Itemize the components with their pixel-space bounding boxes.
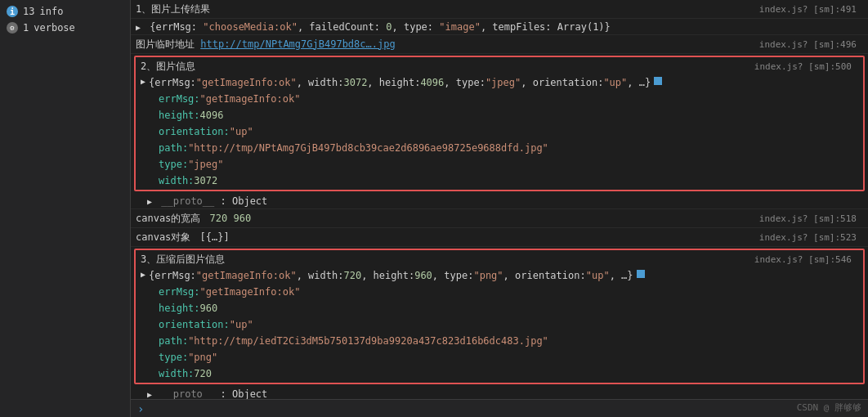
- section2-title: 3、压缩后图片信息: [141, 253, 225, 267]
- section1-header: 2、图片信息 index.js? [sm]:500: [136, 57, 863, 75]
- temp-path-link[interactable]: http://tmp/NPtAmg7GjB497bd8c….jpg: [200, 38, 395, 50]
- canvas-size-source: index.js? [sm]:518: [756, 211, 863, 226]
- field-width: width: 3072: [136, 173, 863, 190]
- proto1-source: [853, 195, 863, 199]
- watermark: CSDN @ 胖够够: [797, 401, 861, 414]
- sidebar-item-info[interactable]: i 13 info: [0, 3, 130, 20]
- field-type: type: "jpeg": [136, 157, 863, 173]
- section-image-info: 2、图片信息 index.js? [sm]:500 ▶ {errMsg: "ge…: [134, 56, 865, 191]
- info-label: info: [39, 6, 63, 17]
- section2-summary-row[interactable]: ▶ {errMsg: "getImageInfo:ok", width: 720…: [136, 268, 863, 285]
- field2-width: width: 720: [136, 366, 863, 383]
- section1-source: index.js? [sm]:500: [751, 59, 858, 74]
- verbose-label: verbose: [34, 22, 75, 34]
- image-temp-path-content: 图片临时地址 http://tmp/NPtAmg7GjB497bd8c….jpg: [136, 38, 396, 52]
- expand-source: [853, 20, 863, 25]
- sidebar: i 13 info ⚙ 1 verbose: [0, 0, 131, 417]
- section1-title: 2、图片信息: [141, 60, 195, 74]
- proto2-source: [853, 388, 863, 392]
- section1-summary-row[interactable]: ▶ {errMsg: "getImageInfo:ok", width: 307…: [136, 75, 863, 92]
- field2-errMsg: errMsg: "getImageInfo:ok": [136, 285, 863, 301]
- field-orientation: orientation: "up": [136, 124, 863, 141]
- proto1-row[interactable]: ▶ __proto__ : Object: [131, 193, 868, 209]
- canvas-obj-content: canvas对象 [{…}]: [136, 231, 230, 244]
- upload-result-expand: ▶ {errMsg: "chooseMedia:ok", failedCount…: [136, 21, 611, 33]
- upload-result-source: index.js? [sm]:491: [756, 2, 863, 16]
- proto2-content: ▶ __proto__ : Object: [147, 388, 267, 400]
- field-errMsg: errMsg: "getImageInfo:ok": [136, 92, 863, 108]
- prompt-icon: ›: [137, 402, 144, 415]
- field-height: height: 4096: [136, 108, 863, 124]
- section2-body: ▶ {errMsg: "getImageInfo:ok", width: 720…: [136, 268, 863, 383]
- canvas-obj-row: canvas对象 [{…}] index.js? [sm]:523: [131, 228, 868, 247]
- section1-body: ▶ {errMsg: "getImageInfo:ok", width: 307…: [136, 75, 863, 190]
- verbose-count: 1: [23, 22, 29, 34]
- section2-header: 3、压缩后图片信息 index.js? [sm]:546: [136, 250, 863, 268]
- section-compressed-info: 3、压缩后图片信息 index.js? [sm]:546 ▶ {errMsg: …: [134, 249, 865, 384]
- upload-result-label: 1、图片上传结果: [136, 2, 210, 16]
- canvas-size-content: canvas的宽高 720 960: [136, 212, 251, 226]
- field-path: path: "http://tmp/NPtAmg7GjB497bd8cb39ca…: [136, 141, 863, 157]
- canvas-size-row: canvas的宽高 720 960 index.js? [sm]:518: [131, 209, 868, 228]
- image-temp-path-row: 图片临时地址 http://tmp/NPtAmg7GjB497bd8c….jpg…: [131, 35, 868, 54]
- field2-path: path: "http://tmp/iedT2Ci3dM5b750137d9ba…: [136, 334, 863, 350]
- field2-orientation: orientation: "up": [136, 317, 863, 334]
- proto1-content: ▶ __proto__ : Object: [147, 195, 267, 207]
- sidebar-item-verbose[interactable]: ⚙ 1 verbose: [0, 20, 130, 36]
- temp-path-source: index.js? [sm]:496: [756, 37, 863, 52]
- field2-type: type: "png": [136, 350, 863, 366]
- section2-source: index.js? [sm]:546: [751, 252, 858, 267]
- upload-result-expand-row[interactable]: ▶ {errMsg: "chooseMedia:ok", failedCount…: [131, 19, 868, 35]
- info-icon: i: [7, 6, 18, 17]
- info-count: 13: [23, 6, 34, 17]
- canvas-obj-source: index.js? [sm]:523: [756, 230, 863, 244]
- color-swatch: [654, 77, 662, 85]
- color-swatch-2: [637, 270, 645, 278]
- bottom-bar: ›: [131, 399, 868, 417]
- field2-height: height: 960: [136, 301, 863, 317]
- gear-icon: ⚙: [7, 22, 18, 34]
- log-panel: 1、图片上传结果 index.js? [sm]:491 ▶ {errMsg: "…: [131, 0, 868, 417]
- upload-result-header-row: 1、图片上传结果 index.js? [sm]:491: [131, 0, 868, 19]
